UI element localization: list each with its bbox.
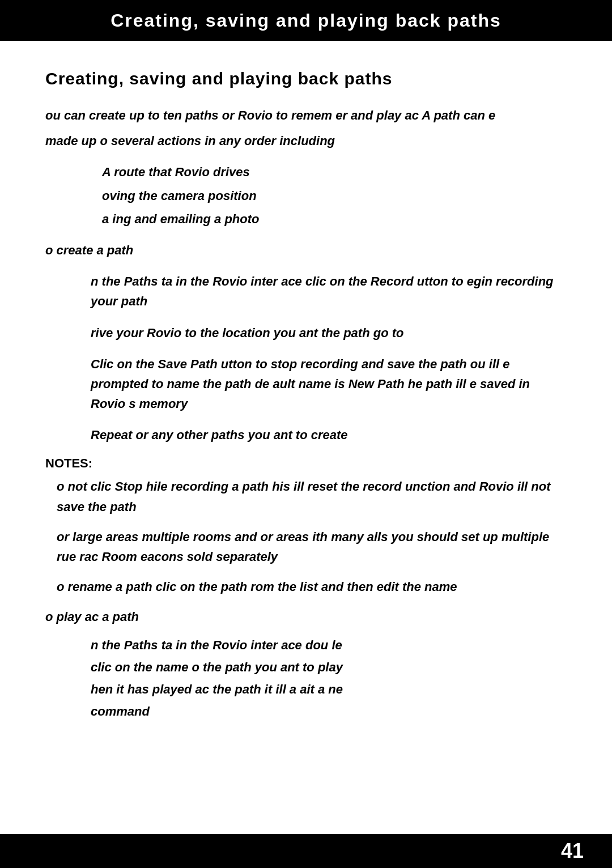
note-1: o not clic Stop hile recording a path hi… xyxy=(57,476,567,516)
playback-step-2: clic on the name o the path you ant to p… xyxy=(91,657,567,677)
header-title: Creating, saving and playing back paths xyxy=(110,10,502,31)
page-number: 41 xyxy=(561,839,584,863)
intro-paragraph: ou can create up to ten paths or Rovio t… xyxy=(45,105,567,151)
intro-line1: ou can create up to ten paths or Rovio t… xyxy=(45,105,567,125)
step-4-text: Repeat or any other paths you ant to cre… xyxy=(91,425,567,445)
bullet-list: A route that Rovio drives oving the came… xyxy=(102,162,567,229)
step-1-text: n the Paths ta in the Rovio inter ace cl… xyxy=(91,271,567,311)
playback-step-1: n the Paths ta in the Rovio inter ace do… xyxy=(91,635,567,655)
step-2: rive your Rovio to the location you ant … xyxy=(91,323,567,343)
step-2-text: rive your Rovio to the location you ant … xyxy=(91,323,567,343)
notes-section: NOTES: o not clic Stop hile recording a … xyxy=(45,456,567,597)
playback-step-4: command xyxy=(91,701,567,721)
bullet-item-3: a ing and emailing a photo xyxy=(102,209,567,229)
to-create-heading: o create a path xyxy=(45,240,567,260)
note-3: o rename a path clic on the path rom the… xyxy=(57,577,567,597)
step-4: Repeat or any other paths you ant to cre… xyxy=(91,425,567,445)
intro-line2: made up o several actions in any order i… xyxy=(45,131,567,151)
header-bar: Creating, saving and playing back paths xyxy=(0,0,612,41)
section-heading: Creating, saving and playing back paths xyxy=(45,69,567,88)
step-1: n the Paths ta in the Rovio inter ace cl… xyxy=(91,271,567,311)
notes-label: NOTES: xyxy=(45,456,567,471)
note-2: or large areas multiple rooms and or are… xyxy=(57,527,567,567)
playback-heading: o play ac a path xyxy=(45,607,567,627)
footer-bar: 41 xyxy=(0,834,612,868)
main-content: Creating, saving and playing back paths … xyxy=(0,41,612,776)
playback-steps: n the Paths ta in the Rovio inter ace do… xyxy=(91,635,567,722)
bullet-item-1: A route that Rovio drives xyxy=(102,162,567,182)
playback-step-3: hen it has played ac the path it ill a a… xyxy=(91,679,567,699)
bullet-item-2: oving the camera position xyxy=(102,186,567,206)
step-3-text: Clic on the Save Path utton to stop reco… xyxy=(91,354,567,414)
step-3: Clic on the Save Path utton to stop reco… xyxy=(91,354,567,414)
